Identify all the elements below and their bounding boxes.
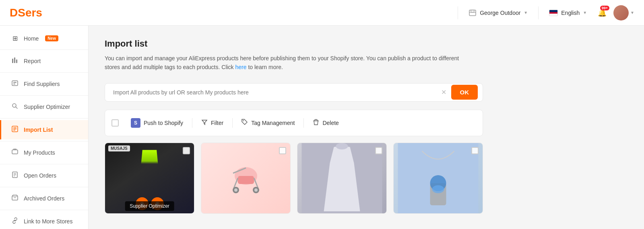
sidebar-item-archived-orders[interactable]: Archived Orders [0,189,88,208]
svg-rect-8 [13,84,15,84]
avatar-image [613,5,629,20]
open-orders-icon [11,172,19,180]
header-divider-1 [458,6,458,19]
sidebar-divider-5 [0,141,88,141]
filter-label: Filter [211,120,223,126]
brand-overlay-1: MUSAJS [108,145,130,151]
new-badge: New [45,35,58,41]
tag-icon [242,119,248,127]
search-ok-button[interactable]: OK [451,85,478,100]
sidebar-item-find-suppliers[interactable]: Find Suppliers [0,74,88,94]
store-chevron-icon: ▼ [524,10,528,15]
push-to-shopify-label: Push to Shopify [144,120,183,126]
sidebar-item-my-products[interactable]: My Products [0,143,88,162]
sidebar-item-report[interactable]: Report [0,51,88,71]
sidebar-item-home-label: Home [24,35,39,42]
store-selector[interactable]: George Outdoor ▼ [464,6,532,19]
header-right: George Outdoor ▼ English ▼ 🔔 99+ ▼ [451,5,634,21]
language-label: English [561,10,580,16]
product-checkbox-3[interactable] [375,147,382,154]
svg-point-30 [234,188,237,192]
product-card-4[interactable] [393,143,483,214]
product-action-icon-1[interactable]: ⊕ [136,197,149,210]
sidebar-item-open-orders-label: Open Orders [24,172,56,179]
sidebar-item-open-orders[interactable]: Open Orders [0,166,88,185]
supplier-optimizer-icon [11,103,19,111]
page-desc-suffix: to learn more. [247,64,283,70]
language-selector[interactable]: English ▼ [545,7,591,18]
product-card-3[interactable] [297,143,387,214]
product-image-4 [394,143,483,213]
sidebar-item-link-more-stores[interactable]: Link to More Stores [0,212,88,229]
sidebar: ⊞ Home New Report Find Suppliers Supplie… [0,26,89,229]
sidebar-divider-3 [0,95,88,96]
toolbar-sep-2 [232,118,233,128]
svg-line-10 [16,107,17,108]
product-image-3 [297,143,386,213]
sidebar-item-archived-orders-label: Archived Orders [24,195,64,202]
svg-point-31 [254,188,258,192]
svg-rect-5 [16,59,17,63]
svg-rect-15 [12,150,18,154]
search-clear-icon[interactable]: ✕ [440,87,448,98]
page-title: Import list [105,39,628,49]
avatar-chevron-icon[interactable]: ▼ [630,10,634,15]
flag-icon [549,10,558,16]
report-icon [11,57,19,65]
filter-icon [201,119,208,127]
svg-rect-6 [12,81,18,86]
app-logo[interactable]: DSers [10,6,42,19]
home-icon: ⊞ [11,35,19,42]
store-icon [469,9,477,17]
toolbar-sep-3 [303,118,304,128]
sidebar-item-link-more-stores-label: Link to More Stores [24,218,72,225]
filter-button[interactable]: Filter [196,116,229,130]
product-card-1[interactable]: MUSAJS Supplier Optimizer ⊕ ⊕ [105,143,194,214]
product-card-2[interactable] [201,143,291,214]
product-actions-1: ⊕ ⊕ [136,197,164,210]
delete-label: Delete [322,120,339,126]
svg-rect-3 [12,59,13,63]
avatar[interactable] [613,5,629,20]
push-to-shopify-button[interactable]: S Push to Shopify [125,115,189,131]
svg-point-38 [432,185,444,193]
product-checkbox-1[interactable] [183,147,190,154]
find-suppliers-icon [11,80,19,88]
notification-badge: 99+ [600,6,609,10]
sidebar-item-my-products-label: My Products [24,149,55,156]
svg-point-34 [336,143,348,149]
delete-button[interactable]: Delete [307,116,344,130]
toolbar: S Push to Shopify Filter Tag Management [105,110,483,136]
sidebar-divider-6 [0,164,88,164]
tag-management-label: Tag Management [251,120,295,126]
shopify-icon: S [131,118,140,128]
sidebar-item-import-list-label: Import List [24,127,53,133]
here-link[interactable]: here [235,64,247,70]
sidebar-divider-1 [0,49,88,50]
lang-chevron-icon: ▼ [583,10,587,15]
page-description: You can import and manage your AliExpres… [105,54,467,72]
svg-point-22 [243,121,244,121]
sidebar-item-report-label: Report [24,58,41,64]
product-checkbox-4[interactable] [471,147,479,154]
layout: ⊞ Home New Report Find Suppliers Supplie… [0,26,644,229]
sidebar-divider-8 [0,210,88,210]
svg-rect-25 [238,176,254,184]
sidebar-item-supplier-optimizer-label: Supplier Optimizer [24,104,70,110]
notification-button[interactable]: 🔔 99+ [594,5,610,21]
search-input[interactable] [110,84,440,101]
store-name-label: George Outdoor [480,10,520,16]
sidebar-item-home[interactable]: ⊞ Home New [0,29,88,48]
svg-rect-20 [12,196,18,200]
product-image-2 [201,143,290,213]
sidebar-item-import-list[interactable]: Import List [0,120,88,139]
delete-icon [313,119,319,127]
select-all-checkbox[interactable] [111,119,119,127]
sidebar-item-supplier-optimizer[interactable]: Supplier Optimizer [0,97,88,117]
svg-rect-4 [14,57,15,63]
product-action-icon-2[interactable]: ⊕ [151,197,164,210]
product-checkbox-2[interactable] [279,147,286,154]
product-grid: MUSAJS Supplier Optimizer ⊕ ⊕ [105,143,483,214]
tag-management-button[interactable]: Tag Management [236,116,300,130]
header: DSers George Outdoor ▼ English ▼ 🔔 99+ ▼ [0,0,644,26]
